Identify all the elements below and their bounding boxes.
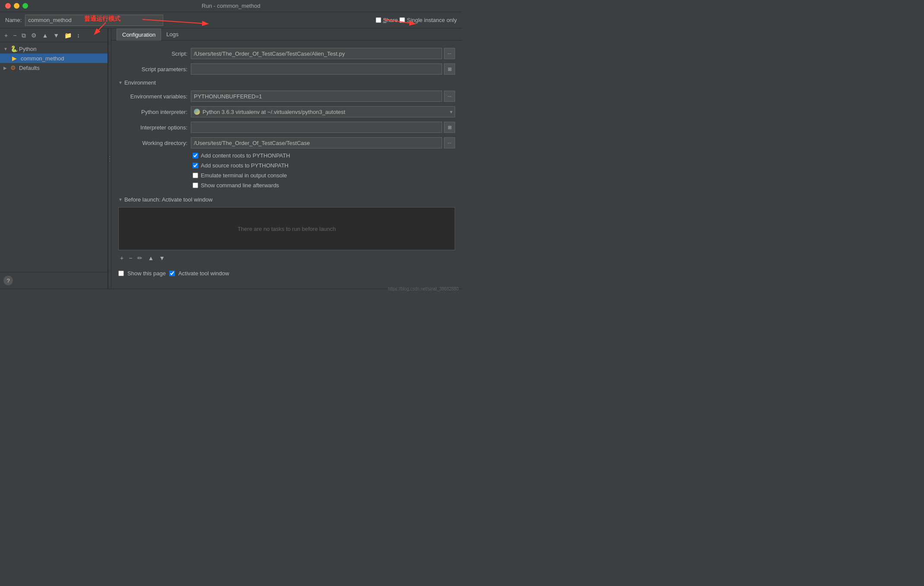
python-interpreter-row: Python interpreter: Python 3.6.3 virtual…: [111, 104, 462, 120]
maximize-button[interactable]: [22, 3, 28, 9]
content-roots-row: Add content roots to PYTHONPATH: [111, 151, 462, 161]
interpreter-options-row: Interpreter options: ⊞: [111, 120, 462, 135]
show-page-checkbox[interactable]: [118, 271, 124, 276]
script-params-browse-button[interactable]: ⊞: [444, 63, 455, 75]
working-dir-row: Working directory: ···: [111, 135, 462, 151]
single-instance-checkbox[interactable]: [399, 17, 405, 23]
environment-label: Environment: [124, 79, 156, 86]
working-dir-input[interactable]: [191, 137, 442, 148]
launch-add-button[interactable]: +: [118, 254, 125, 262]
sort-button[interactable]: ↕: [75, 32, 82, 39]
env-vars-browse-button[interactable]: ···: [444, 91, 455, 102]
show-cmd-checkbox[interactable]: [193, 183, 198, 188]
emulate-terminal-checkbox[interactable]: [193, 173, 198, 178]
sidebar-item-python[interactable]: ▼ 🐍 Python: [0, 44, 108, 54]
before-launch-expand-arrow: ▼: [118, 197, 123, 202]
launch-tasks-box: There are no tasks to run before launch: [118, 207, 455, 250]
show-page-label: Show this page: [127, 270, 166, 277]
main-layout: + − ⧉ ⚙ ▲ ▼ 📁 ↕ ▼ 🐍 Python ▶ comm: [0, 28, 462, 289]
interpreter-options-input-wrap: ⊞: [191, 122, 455, 133]
copy-config-button[interactable]: ⧉: [20, 32, 28, 39]
content-roots-checkbox[interactable]: [193, 153, 198, 158]
script-input-wrap: ···: [191, 48, 455, 59]
python-icon: 🐍: [10, 45, 17, 52]
tab-logs[interactable]: Logs: [161, 28, 184, 40]
script-label: Script:: [118, 50, 187, 57]
env-vars-label: Environment variables:: [118, 93, 187, 100]
env-vars-input[interactable]: [191, 91, 442, 102]
working-dir-input-wrap: ···: [191, 137, 455, 148]
apply-button[interactable]: Apply: [398, 293, 427, 293]
show-page-row: Show this page Activate tool window: [111, 268, 462, 279]
single-instance-label: Single instance only: [407, 17, 457, 23]
script-params-input[interactable]: [191, 63, 442, 75]
env-vars-input-wrap: ···: [191, 91, 455, 102]
remove-config-button[interactable]: −: [11, 32, 18, 39]
interpreter-options-label: Interpreter options:: [118, 124, 187, 131]
window-controls[interactable]: [5, 3, 28, 9]
name-label: Name:: [5, 17, 22, 23]
script-params-label: Script parameters:: [118, 66, 187, 72]
python-interpreter-text: Python 3.6.3 virtualenv at ~/.virtualenv…: [203, 109, 345, 115]
sidebar-item-defaults[interactable]: ▶ ⚙ Defaults: [0, 63, 108, 72]
tabs-bar: Configuration Logs: [111, 28, 462, 41]
resize-handle[interactable]: [108, 28, 111, 289]
sidebar-tree: ▼ 🐍 Python ▶ common_method ▶ ⚙ Defaults: [0, 42, 108, 272]
environment-section-header[interactable]: ▼ Environment: [111, 77, 462, 88]
sidebar-help: ?: [0, 272, 108, 289]
python-group-label: Python: [19, 46, 36, 52]
before-launch-section: ▼ Before launch: Activate tool window Th…: [111, 194, 462, 264]
activate-tool-window-label: Activate tool window: [178, 270, 229, 277]
script-browse-button[interactable]: ···: [444, 48, 455, 59]
config-name-input[interactable]: [25, 15, 163, 26]
sidebar-item-common-method[interactable]: ▶ common_method: [0, 54, 108, 63]
down-button[interactable]: ▼: [51, 32, 61, 39]
settings-button[interactable]: ⚙: [29, 32, 38, 39]
show-cmd-label: Show command line afterwards: [201, 182, 279, 189]
interpreter-options-browse-button[interactable]: ⊞: [444, 122, 455, 133]
tab-configuration[interactable]: Configuration: [117, 28, 161, 41]
interpreter-options-input[interactable]: [191, 122, 442, 133]
up-button[interactable]: ▲: [40, 32, 50, 39]
launch-down-button[interactable]: ▼: [157, 254, 167, 262]
defaults-label: Defaults: [19, 65, 40, 71]
config-header: Name: Share Single instance only: [0, 12, 462, 28]
working-dir-browse-button[interactable]: ···: [444, 137, 455, 148]
before-launch-header[interactable]: ▼ Before launch: Activate tool window: [111, 194, 462, 205]
activate-tool-window-checkbox[interactable]: [169, 271, 175, 276]
launch-edit-button[interactable]: ✏: [136, 254, 144, 262]
folder-button[interactable]: 📁: [63, 32, 73, 39]
working-dir-label: Working directory:: [118, 140, 187, 146]
python-interpreter-dropdown[interactable]: Python 3.6.3 virtualenv at ~/.virtualenv…: [191, 106, 455, 117]
launch-toolbar: + − ✏ ▲ ▼: [111, 252, 462, 264]
cancel-button[interactable]: Cancel: [362, 293, 394, 293]
script-row: Script: ···: [111, 46, 462, 61]
window-title: Run - common_method: [202, 3, 260, 9]
defaults-expand-arrow: ▶: [3, 66, 9, 70]
script-input[interactable]: [191, 48, 442, 59]
minimize-button[interactable]: [14, 3, 19, 9]
run-config-icon: ▶: [12, 55, 19, 62]
no-tasks-text: There are no tasks to run before launch: [237, 226, 336, 232]
script-params-row: Script parameters: ⊞: [111, 61, 462, 77]
add-config-button[interactable]: +: [3, 32, 9, 39]
url-bar: https://blog.csdn.net/sinat_38682880: [388, 287, 459, 291]
python-interpreter-icon: [194, 109, 200, 115]
source-roots-row: Add source roots to PYTHONPATH: [111, 161, 462, 170]
run-button[interactable]: Run: [430, 293, 455, 293]
config-form: Script: ··· Script parameters: ⊞: [111, 41, 462, 289]
share-label: Share: [383, 17, 398, 23]
help-button[interactable]: ?: [3, 276, 13, 285]
script-params-input-wrap: ⊞: [191, 63, 455, 75]
emulate-terminal-label: Emulate terminal in output console: [201, 172, 287, 179]
launch-remove-button[interactable]: −: [127, 254, 134, 262]
content-roots-label: Add content roots to PYTHONPATH: [201, 152, 290, 159]
python-interpreter-value[interactable]: Python 3.6.3 virtualenv at ~/.virtualenv…: [191, 106, 455, 117]
launch-up-button[interactable]: ▲: [146, 254, 155, 262]
content-area: Configuration Logs Script: ··· Script pa…: [111, 28, 462, 289]
share-checkbox[interactable]: [376, 17, 381, 23]
close-button[interactable]: [5, 3, 11, 9]
interpreter-dropdown-arrow: ▼: [449, 110, 453, 114]
source-roots-checkbox[interactable]: [193, 163, 198, 168]
share-area: Share Single instance only: [376, 17, 457, 23]
